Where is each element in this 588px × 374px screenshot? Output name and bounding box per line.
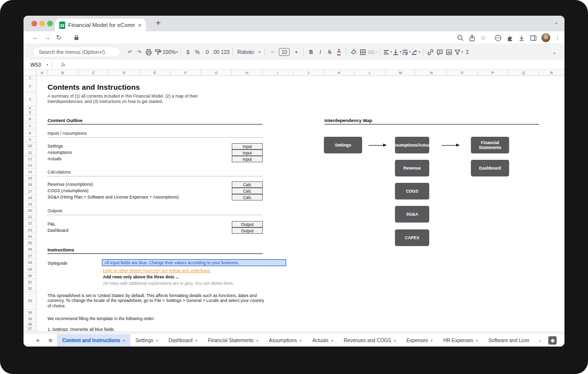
browser-tab[interactable]: Financial Model for eCommerce × (55, 19, 146, 31)
reload-button[interactable]: ↻ (53, 34, 65, 41)
column-header[interactable]: G (201, 70, 232, 76)
row-header[interactable]: 22 (24, 220, 36, 227)
font-select[interactable]: Roboto▾ (235, 47, 262, 57)
share-icon[interactable] (468, 34, 476, 42)
row-header[interactable]: 3 (24, 93, 36, 106)
column-header[interactable]: Q (508, 70, 539, 76)
row-header[interactable]: 10 (24, 143, 36, 150)
new-tab-button[interactable]: + (153, 18, 164, 28)
text-rotation-icon[interactable]: ▾ (411, 47, 420, 57)
undo-icon[interactable]: ↶ (125, 47, 135, 57)
bookmark-icon[interactable]: ☆ (480, 34, 486, 42)
row-header[interactable]: 37 (24, 327, 36, 331)
sheet-tab-content-and-instructions[interactable]: Content and Instructions▾ (57, 334, 130, 347)
sheet-tab-settings[interactable]: Settings▾ (130, 334, 163, 347)
format-currency-button[interactable]: $ (183, 47, 193, 57)
row-header[interactable]: 7 (24, 123, 36, 129)
zoom-select[interactable]: 100%▾ (163, 47, 178, 57)
insert-chart-icon[interactable] (444, 47, 454, 57)
functions-button[interactable]: Σ (463, 47, 472, 57)
back-button[interactable]: ← (29, 34, 41, 41)
borders-icon[interactable] (358, 47, 368, 57)
bold-button[interactable]: B (306, 47, 316, 57)
column-header[interactable]: K (324, 70, 355, 76)
row-header[interactable]: 27 (24, 253, 36, 259)
decrease-decimal-button[interactable]: .0 (202, 47, 211, 57)
column-header[interactable]: N (416, 70, 447, 76)
row-header[interactable]: 20 (24, 207, 36, 214)
strikethrough-button[interactable]: S (325, 47, 334, 57)
column-header[interactable]: R (539, 70, 564, 76)
sheet-tab-software-and-license[interactable]: Software and License (483, 334, 529, 347)
minimize-window-button[interactable] (39, 21, 45, 26)
decrease-font-size-button[interactable]: − (268, 47, 277, 57)
sheet-tab-expenses[interactable]: Expenses▾ (401, 334, 438, 347)
column-header[interactable]: J (294, 70, 324, 76)
avatar[interactable] (541, 33, 550, 42)
forward-button[interactable]: → (41, 34, 53, 41)
extension-circle-icon[interactable] (494, 34, 502, 42)
sheet-tab-revenues-and-cogs[interactable]: Revenues and COGS▾ (338, 334, 401, 347)
increase-font-size-button[interactable]: + (292, 47, 301, 57)
row-header[interactable]: 17 (24, 188, 36, 195)
row-header[interactable]: 5 (24, 110, 36, 115)
column-header[interactable]: O (447, 70, 478, 76)
row-header[interactable]: 12 (24, 156, 36, 162)
sheet-tab-financial-statements[interactable]: Financial Statements▾ (202, 334, 264, 347)
row-header[interactable]: 23 (24, 227, 36, 233)
row-header[interactable]: 14 (24, 169, 36, 175)
row-header[interactable]: 32 (24, 285, 36, 292)
horizontal-align-icon[interactable]: ▾ (383, 47, 392, 57)
row-header[interactable]: 30 (24, 273, 36, 279)
paint-format-icon[interactable] (153, 47, 163, 57)
column-header[interactable]: B (48, 70, 78, 76)
row-header[interactable]: 29 (24, 266, 36, 273)
format-percent-button[interactable]: % (193, 47, 202, 57)
column-header[interactable]: F (171, 70, 201, 76)
column-header[interactable]: H (232, 70, 263, 76)
column-header[interactable]: P (478, 70, 509, 76)
column-header[interactable]: L (355, 70, 386, 76)
redo-icon[interactable]: ↷ (135, 47, 144, 57)
row-header[interactable]: 15 (24, 175, 36, 181)
menu-icon[interactable]: ⋮ (555, 34, 561, 41)
all-sheets-button[interactable]: ≡ (44, 337, 57, 344)
row-header[interactable]: 13 (24, 162, 36, 169)
menu-search-input[interactable]: Search the menus (Option+/) (32, 47, 121, 57)
row-header[interactable]: 33 (24, 292, 36, 310)
row-header[interactable]: 8 (24, 129, 36, 137)
tab-list-chevron-icon[interactable]: ⌄ (554, 19, 559, 25)
extensions-puzzle-icon[interactable] (506, 34, 514, 42)
row-header[interactable]: 18 (24, 195, 36, 201)
row-header[interactable]: 6 (24, 115, 36, 123)
fullscreen-window-button[interactable] (47, 21, 53, 26)
sheet-tab-assumptions[interactable]: Assumptions▾ (264, 334, 307, 347)
row-header[interactable]: 4 (24, 106, 36, 110)
styleguide-link-note[interactable]: Links to other sheets (sources) are yell… (103, 268, 211, 273)
text-color-button[interactable]: A (337, 49, 341, 55)
row-header[interactable]: 31 (24, 279, 36, 285)
sheet-tab-hr-expenses[interactable]: HR Expenses▾ (438, 334, 483, 347)
insert-comment-icon[interactable] (435, 47, 444, 57)
row-header[interactable]: 19 (24, 201, 36, 207)
row-header[interactable]: 21 (24, 214, 36, 220)
column-header[interactable]: A (37, 70, 48, 76)
lock-icon[interactable] (74, 34, 79, 41)
row-header[interactable]: 16 (24, 181, 36, 188)
caret-icon[interactable]: ▾ (47, 63, 48, 67)
insert-link-icon[interactable] (426, 47, 435, 57)
row-header[interactable]: 28 (24, 259, 36, 266)
increase-decimal-button[interactable]: .00 (211, 47, 220, 57)
sheet-tab-actuals[interactable]: Actuals▾ (307, 334, 338, 347)
add-sheet-button[interactable]: + (31, 337, 44, 344)
spreadsheet-grid[interactable]: ABCDEFGHIJKLMNOPQR 123456789101112131415… (24, 70, 564, 331)
row-header[interactable]: 26 (24, 246, 36, 253)
column-header[interactable]: M (386, 70, 416, 76)
sheet-tab-dashboard[interactable]: Dashboard▾ (163, 334, 202, 347)
row-header[interactable]: 35 (24, 316, 36, 322)
column-header[interactable]: E (140, 70, 171, 76)
vertical-align-icon[interactable]: ▾ (392, 47, 401, 57)
cell-reference-box[interactable]: W53 (24, 62, 46, 68)
row-header[interactable]: 25 (24, 240, 36, 246)
column-header[interactable]: I (263, 70, 294, 76)
